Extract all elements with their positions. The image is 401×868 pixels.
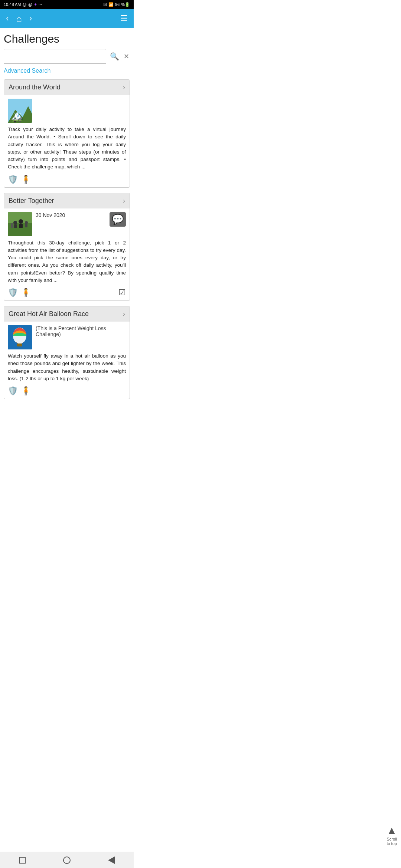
menu-button[interactable]: ☰ (120, 14, 128, 23)
card-header-better-together[interactable]: Better Together › (4, 193, 130, 208)
nav-center: ‹ ⌂ › (6, 14, 32, 23)
main-content: Challenges 🔍 ✕ Advanced Search Around th… (0, 28, 134, 399)
search-input[interactable] (4, 49, 106, 64)
search-row: 🔍 ✕ (4, 49, 130, 64)
challenge-card-better-together: Better Together › 30 Nov 2020 (4, 193, 130, 301)
card-subtitle: (This is a Percent Weight Loss Challenge… (36, 325, 106, 337)
card-title: Better Together (9, 197, 54, 205)
card-title: Great Hot Air Balloon Race (9, 310, 89, 318)
card-thumbnail (8, 212, 32, 236)
svg-rect-17 (11, 225, 13, 228)
card-description: Watch yourself fly away in a hot air bal… (8, 352, 126, 382)
card-meta-row: 30 Nov 2020 💬 (8, 212, 126, 236)
clear-search-button[interactable]: ✕ (123, 52, 130, 60)
home-button[interactable]: ⌂ (16, 14, 22, 23)
back-button[interactable]: ‹ (6, 14, 9, 23)
card-header-great-hot-air-balloon-race[interactable]: Great Hot Air Balloon Race › (4, 306, 130, 322)
card-description: Track your daily activity to take a virt… (8, 126, 126, 171)
svg-point-4 (14, 116, 17, 119)
dots-icon: ··· (39, 2, 42, 7)
svg-rect-7 (19, 119, 21, 122)
chevron-right-icon: › (123, 310, 125, 318)
top-nav: ‹ ⌂ › ☰ (0, 9, 134, 28)
card-footer-icons: 🛡️ 🧍 (8, 288, 31, 297)
card-meta-row (8, 99, 126, 123)
chevron-right-icon: › (123, 83, 125, 91)
card-footer-icons: 🛡️ 🧍 (8, 386, 31, 396)
card-footer: 🛡️ 🧍 ☑ (8, 286, 126, 298)
battery-label: 96 (115, 2, 120, 7)
card-thumbnail (8, 99, 32, 123)
chevron-right-icon: › (123, 197, 125, 205)
svg-marker-3 (12, 112, 23, 123)
page-title: Challenges (4, 33, 130, 45)
svg-rect-15 (25, 224, 27, 227)
forward-button[interactable]: › (29, 14, 32, 23)
svg-point-14 (25, 221, 28, 224)
svg-point-6 (18, 116, 21, 119)
challenge-card-around-the-world: Around the World › Track your daily acti… (4, 79, 130, 188)
status-bar-right: ☒ 📶 96 %🔋 (103, 2, 130, 7)
card-description: Throughout this 30-day challenge, pick 1… (8, 239, 126, 285)
card-footer-icons: 🛡️ 🧍 (8, 175, 31, 184)
card-date-area: 30 Nov 2020 (36, 212, 106, 218)
shield-plus-icon: 🛡️ (8, 175, 18, 184)
challenge-card-great-hot-air-balloon-race: Great Hot Air Balloon Race › (This is a … (4, 306, 130, 399)
shield-plus-icon: 🛡️ (8, 288, 18, 297)
card-header-around-the-world[interactable]: Around the World › (4, 80, 130, 95)
x-icon: ☒ (103, 2, 107, 7)
svg-point-16 (11, 223, 13, 225)
shield-plus-icon: 🛡️ (8, 386, 18, 396)
person-icon: 🧍 (21, 175, 31, 184)
status-bar: 10:48 AM @ @ ✦ ··· ☒ 📶 96 %🔋 (0, 0, 134, 9)
svg-rect-5 (14, 119, 16, 122)
comment-icon[interactable]: 💬 (110, 212, 126, 227)
color-icon: ✦ (34, 2, 37, 7)
at-icon: @ (22, 2, 26, 7)
card-body-better-together: 30 Nov 2020 💬 Throughout this 30-day cha… (4, 208, 130, 301)
svg-point-10 (13, 221, 17, 224)
card-subtitle-area: (This is a Percent Weight Loss Challenge… (36, 325, 126, 337)
card-title: Around the World (9, 83, 61, 91)
svg-rect-11 (14, 224, 17, 228)
card-footer: 🛡️ 🧍 (8, 385, 126, 397)
status-bar-left: 10:48 AM @ @ ✦ ··· (4, 2, 42, 7)
advanced-search-link[interactable]: Advanced Search (4, 68, 50, 74)
card-meta-row: (This is a Percent Weight Loss Challenge… (8, 325, 126, 349)
status-time: 10:48 AM (4, 2, 21, 7)
search-button[interactable]: 🔍 (108, 52, 121, 61)
svg-point-12 (19, 219, 23, 224)
at2-icon: @ (28, 2, 32, 7)
battery-icon: %🔋 (121, 2, 130, 7)
card-body-around-the-world: Track your daily activity to take a virt… (4, 95, 130, 187)
svg-rect-13 (19, 224, 23, 228)
card-thumbnail (8, 325, 32, 349)
person-icon: 🧍 (21, 288, 31, 297)
card-date: 30 Nov 2020 (36, 212, 65, 218)
card-footer: 🛡️ 🧍 (8, 173, 126, 185)
wifi-icon: 📶 (108, 2, 114, 7)
svg-rect-20 (17, 343, 22, 346)
card-body-great-hot-air-balloon-race: (This is a Percent Weight Loss Challenge… (4, 322, 130, 399)
check-icon[interactable]: ☑ (118, 288, 126, 297)
challenges-list: Around the World › Track your daily acti… (4, 79, 130, 399)
person-icon: 🧍 (21, 386, 31, 396)
